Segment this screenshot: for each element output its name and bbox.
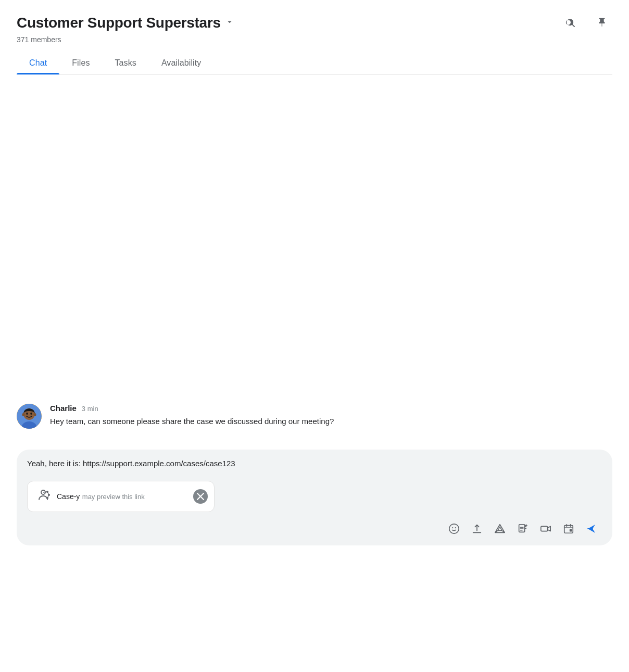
chat-area: Charlie 3 min Hey team, can someone plea… bbox=[0, 74, 629, 450]
svg-point-16 bbox=[455, 527, 456, 528]
svg-rect-19 bbox=[519, 525, 525, 532]
schedule-meeting-button[interactable] bbox=[558, 518, 579, 539]
link-preview-card: Case-y may preview this link bbox=[27, 481, 215, 512]
svg-point-14 bbox=[449, 524, 459, 533]
svg-point-3 bbox=[22, 413, 25, 416]
svg-point-6 bbox=[30, 413, 32, 415]
tab-chat[interactable]: Chat bbox=[17, 52, 59, 74]
link-preview-app-icon bbox=[36, 488, 51, 505]
search-button[interactable] bbox=[560, 13, 581, 33]
svg-point-5 bbox=[26, 413, 28, 415]
send-button[interactable] bbox=[581, 518, 602, 539]
upload-button[interactable] bbox=[467, 518, 487, 539]
tab-tasks[interactable]: Tasks bbox=[102, 52, 148, 74]
message-body: Charlie 3 min Hey team, can someone plea… bbox=[50, 404, 612, 428]
message-text: Hey team, can someone please share the c… bbox=[50, 416, 612, 428]
svg-rect-23 bbox=[541, 526, 548, 531]
pin-button[interactable] bbox=[592, 13, 612, 33]
header: Customer Support Superstars 371 members bbox=[0, 0, 629, 74]
link-preview-app-name: Case-y bbox=[57, 492, 80, 501]
group-title: Customer Support Superstars bbox=[17, 15, 221, 31]
tab-files[interactable]: Files bbox=[59, 52, 102, 74]
svg-point-15 bbox=[452, 527, 453, 528]
drive-button[interactable] bbox=[489, 518, 510, 539]
link-preview-close-button[interactable] bbox=[193, 489, 208, 504]
compose-toolbar bbox=[27, 518, 602, 539]
emoji-button[interactable] bbox=[444, 518, 464, 539]
compose-box: Yeah, here it is: https://support.exampl… bbox=[17, 450, 612, 545]
members-count: 371 members bbox=[17, 35, 612, 44]
message-item: Charlie 3 min Hey team, can someone plea… bbox=[17, 404, 612, 429]
link-preview-subtext: may preview this link bbox=[82, 493, 145, 501]
create-doc-button[interactable] bbox=[512, 518, 533, 539]
tabs: Chat Files Tasks Availability bbox=[17, 52, 612, 74]
header-icons bbox=[560, 13, 612, 33]
link-preview-info: Case-y may preview this link bbox=[57, 492, 145, 501]
svg-rect-24 bbox=[564, 526, 573, 533]
compose-input[interactable]: Yeah, here it is: https://support.exampl… bbox=[27, 458, 602, 472]
message-meta: Charlie 3 min bbox=[50, 404, 612, 413]
avatar bbox=[17, 404, 42, 429]
svg-rect-28 bbox=[570, 529, 572, 532]
tab-availability[interactable]: Availability bbox=[149, 52, 214, 74]
video-call-button[interactable] bbox=[535, 518, 556, 539]
sender-name: Charlie bbox=[50, 404, 77, 413]
message-time: 3 min bbox=[82, 405, 98, 413]
header-top: Customer Support Superstars bbox=[17, 13, 612, 33]
dropdown-arrow-icon[interactable] bbox=[225, 17, 234, 29]
svg-point-4 bbox=[34, 413, 36, 416]
title-row: Customer Support Superstars bbox=[17, 15, 234, 31]
